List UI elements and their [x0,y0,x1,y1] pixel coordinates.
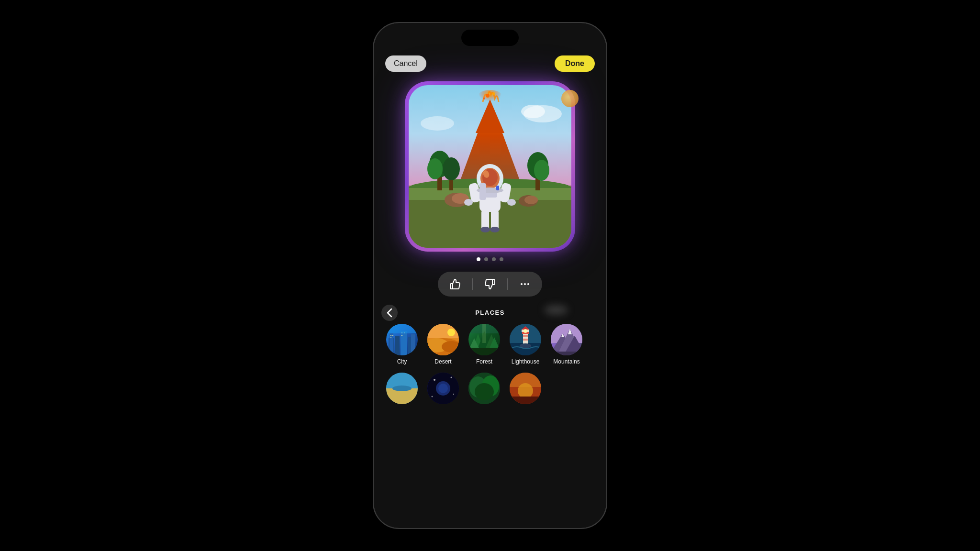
svg-point-46 [527,283,529,285]
svg-rect-43 [479,183,486,200]
svg-point-3 [421,116,454,131]
svg-point-80 [523,329,527,333]
places-header: PLACES [374,309,606,320]
svg-point-100 [432,396,433,397]
place-item-mountains[interactable]: Mountains [546,324,587,365]
places-title: PLACES [385,309,595,316]
cancel-button[interactable]: Cancel [385,55,426,72]
power-button [606,157,607,200]
svg-rect-59 [386,324,418,333]
place-item-beach[interactable] [381,373,423,404]
svg-point-8 [492,92,495,95]
place-circle-sunset [510,373,541,404]
page-dots [477,257,503,261]
svg-rect-50 [401,331,407,355]
place-item-jungle[interactable] [464,373,505,404]
svg-rect-82 [523,339,528,341]
svg-rect-42 [496,186,499,190]
svg-rect-53 [390,335,391,336]
divider-1 [472,278,473,290]
place-item-desert[interactable]: Desert [423,324,464,365]
svg-rect-55 [390,337,391,338]
svg-point-25 [524,196,538,204]
place-circle-desert [427,324,459,355]
svg-point-7 [486,94,490,98]
svg-point-28 [480,227,490,232]
place-label-forest: Forest [476,358,492,365]
place-circle-space [427,373,459,404]
done-button[interactable]: Done [555,55,595,72]
more-options-button[interactable] [517,276,533,292]
svg-rect-52 [411,334,415,355]
places-grid-row2 [374,369,606,404]
place-label-lighthouse: Lighthouse [512,358,540,365]
place-item-space[interactable] [423,373,464,404]
dot-1 [477,257,480,261]
place-label-city: City [397,358,407,365]
svg-rect-72 [468,348,500,355]
places-section: PLACES [374,309,606,528]
place-label-desert: Desert [434,358,451,365]
svg-rect-54 [392,335,393,336]
dot-3 [492,257,496,261]
svg-point-99 [453,394,454,395]
svg-rect-108 [510,397,541,404]
places-grid-row1: City [374,320,606,365]
svg-point-21 [534,160,549,181]
place-item-lighthouse[interactable]: Lighthouse [505,324,546,365]
header: Cancel Done [374,55,606,72]
main-image [409,85,571,248]
dot-2 [484,257,488,261]
place-circle-city [386,324,418,355]
svg-point-65 [447,329,455,336]
svg-point-98 [451,377,452,378]
main-image-area [409,85,571,248]
svg-point-9 [483,98,485,99]
place-item-sunset[interactable] [505,373,546,404]
place-label-mountains: Mountains [553,358,579,365]
svg-rect-58 [401,335,402,336]
svg-point-29 [490,227,500,232]
phone-screen: Cancel Done [374,23,606,528]
place-circle-forest [468,324,500,355]
thumbs-up-button[interactable] [447,276,463,292]
place-circle-jungle [468,373,500,404]
action-bar [438,272,542,297]
phone-frame: Cancel Done [373,22,607,529]
place-circle-mountains [551,324,582,355]
place-item-forest[interactable]: Forest [464,324,505,365]
svg-point-104 [475,383,494,400]
svg-point-97 [434,379,435,381]
svg-rect-48 [390,333,393,355]
svg-point-96 [438,384,448,393]
svg-rect-90 [551,352,582,355]
dynamic-island [461,30,519,46]
dot-4 [500,257,503,261]
floating-orb [561,90,579,107]
back-button[interactable] [381,305,398,321]
thumbs-down-button[interactable] [482,276,498,292]
svg-rect-81 [523,335,528,337]
svg-point-107 [518,383,533,398]
place-circle-lighthouse [510,324,541,355]
svg-point-44 [521,283,523,285]
svg-point-18 [443,157,460,180]
svg-point-36 [507,199,516,206]
svg-point-2 [521,105,545,118]
svg-point-35 [464,199,473,206]
svg-point-93 [392,386,412,391]
place-circle-beach [386,373,418,404]
divider-2 [507,278,508,290]
svg-point-16 [427,158,443,179]
svg-rect-49 [395,336,400,355]
svg-point-45 [524,283,526,285]
place-item-city[interactable]: City [381,324,423,365]
